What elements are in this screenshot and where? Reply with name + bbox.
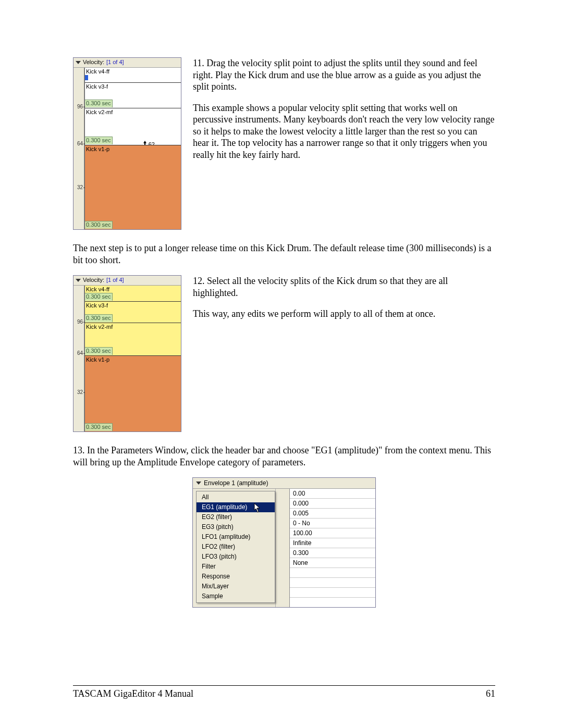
- dropdown-triangle-icon: [196, 482, 201, 485]
- drag-indicator[interactable]: 62: [142, 141, 155, 145]
- value-cell[interactable]: [290, 568, 375, 578]
- value-cell[interactable]: Infinite: [290, 538, 375, 548]
- split-release: 0.300 sec: [85, 347, 113, 355]
- blue-arrow-icon: [85, 75, 88, 80]
- menu-item[interactable]: Sample: [197, 591, 275, 601]
- footer-left: TASCAM GigaEditor 4 Manual: [73, 688, 193, 700]
- split-row[interactable]: Kick v1-p 0.300 sec: [85, 145, 181, 229]
- split-release: 0.300 sec: [85, 423, 113, 431]
- menu-item[interactable]: All: [197, 492, 275, 502]
- parameters-window: Envelope 1 (amplitude) AllEG1 (amplitude…: [192, 477, 376, 608]
- velocity-title-label: Velocity:: [83, 59, 104, 66]
- split-row[interactable]: Kick v2-mf 0.300 sec 62: [85, 108, 181, 145]
- velocity-header[interactable]: Velocity: [1 of 4]: [74, 58, 181, 68]
- value-cell[interactable]: 0.000: [290, 499, 375, 509]
- split-name: Kick v1-p: [86, 356, 109, 364]
- split-name: Kick v2-mf: [86, 324, 113, 331]
- value-cell[interactable]: 0 - No: [290, 519, 375, 528]
- split-name: Kick v3-f: [86, 83, 108, 91]
- velocity-header[interactable]: Velocity: [1 of 4]: [74, 276, 181, 286]
- drag-value: 62: [149, 141, 155, 145]
- menu-item[interactable]: Filter: [197, 562, 275, 572]
- footer-page-number: 61: [486, 688, 495, 700]
- velocity-splits[interactable]: Kick v4-ff 0.300 sec Kick v3-f 0.300 sec…: [84, 286, 181, 431]
- menu-item[interactable]: Mix/Layer: [197, 582, 275, 591]
- context-menu[interactable]: AllEG1 (amplitude)EG2 (filter)EG3 (pitch…: [196, 491, 275, 603]
- velocity-splits[interactable]: Kick v4-ff Kick v3-f 0.300 sec Kick v2-m…: [84, 68, 181, 229]
- split-release: 0.300 sec: [85, 100, 113, 107]
- value-cell[interactable]: [290, 588, 375, 598]
- velocity-panel-2: Velocity: [1 of 4] 96 64 32 Kick v4-ff 0…: [73, 275, 181, 432]
- tick-64: 64: [77, 350, 83, 357]
- velocity-ruler: 96 64 32: [74, 286, 84, 431]
- value-cell[interactable]: [290, 578, 375, 588]
- spacer: [275, 489, 289, 607]
- split-release: 0.300 sec: [85, 293, 113, 301]
- step-13-text: 13. In the Parameters Window, click the …: [73, 445, 495, 468]
- value-cell[interactable]: 100.00: [290, 528, 375, 538]
- value-cell[interactable]: 0.00: [290, 489, 375, 499]
- parameters-title: Envelope 1 (amplitude): [204, 479, 268, 487]
- tick-96: 96: [77, 319, 83, 326]
- step-12-text-2: This way, any edits we perform will appl…: [193, 308, 495, 320]
- split-release: 0.300 sec: [85, 221, 113, 229]
- step-11-text-1: 11. Drag the velocity split point to adj…: [193, 57, 495, 93]
- dropdown-triangle-icon: [76, 61, 81, 64]
- menu-item[interactable]: LFO1 (amplitude): [197, 532, 275, 542]
- tick-64: 64: [77, 141, 83, 147]
- velocity-title-count: [1 of 4]: [106, 277, 124, 284]
- split-name: Kick v1-p: [86, 146, 109, 153]
- menu-item[interactable]: EG1 (amplitude): [197, 502, 275, 512]
- velocity-panel-1: Velocity: [1 of 4] 96 64 32 Kick v4-ff K…: [73, 57, 181, 230]
- split-release: 0.300 sec: [85, 314, 113, 322]
- values-column: 0.000.0000.0050 - No100.00Infinite0.300N…: [289, 489, 375, 607]
- split-name: Kick v4-ff: [86, 68, 109, 76]
- split-release: 0.300 sec: [85, 137, 113, 144]
- menu-item[interactable]: LFO3 (pitch): [197, 552, 275, 562]
- split-name: Kick v2-mf: [86, 109, 113, 116]
- menu-item[interactable]: Response: [197, 572, 275, 582]
- split-row[interactable]: Kick v1-p 0.300 sec: [85, 356, 181, 431]
- menu-item[interactable]: EG2 (filter): [197, 512, 275, 522]
- value-cell[interactable]: 0.005: [290, 509, 375, 519]
- dropdown-triangle-icon: [76, 279, 81, 282]
- step-11-text-2: This example shows a popular velocity sp…: [193, 102, 495, 161]
- tick-96: 96: [77, 104, 83, 110]
- split-row[interactable]: Kick v2-mf 0.300 sec: [85, 323, 181, 356]
- menu-item[interactable]: LFO2 (filter): [197, 542, 275, 552]
- mid-paragraph: The next step is to put a longer release…: [73, 242, 495, 266]
- split-row[interactable]: Kick v4-ff 0.300 sec: [85, 286, 181, 302]
- parameters-header[interactable]: Envelope 1 (amplitude): [193, 478, 375, 489]
- value-cell[interactable]: None: [290, 558, 375, 568]
- step-12-text-1: 12. Select all the velocity splits of th…: [193, 275, 495, 299]
- drag-arrow-icon: [142, 141, 148, 145]
- tick-32: 32: [77, 389, 83, 396]
- split-row[interactable]: Kick v3-f 0.300 sec: [85, 302, 181, 323]
- split-row[interactable]: Kick v4-ff: [85, 68, 181, 83]
- velocity-title-count: [1 of 4]: [106, 59, 124, 66]
- value-cell[interactable]: 0.300: [290, 548, 375, 558]
- menu-item[interactable]: EG3 (pitch): [197, 522, 275, 532]
- split-row[interactable]: Kick v3-f 0.300 sec: [85, 83, 181, 108]
- split-name: Kick v4-ff: [86, 286, 109, 293]
- split-name: Kick v3-f: [86, 302, 108, 310]
- tick-32: 32: [77, 184, 83, 191]
- velocity-title-label: Velocity:: [83, 277, 104, 284]
- velocity-ruler: 96 64 32: [74, 68, 84, 229]
